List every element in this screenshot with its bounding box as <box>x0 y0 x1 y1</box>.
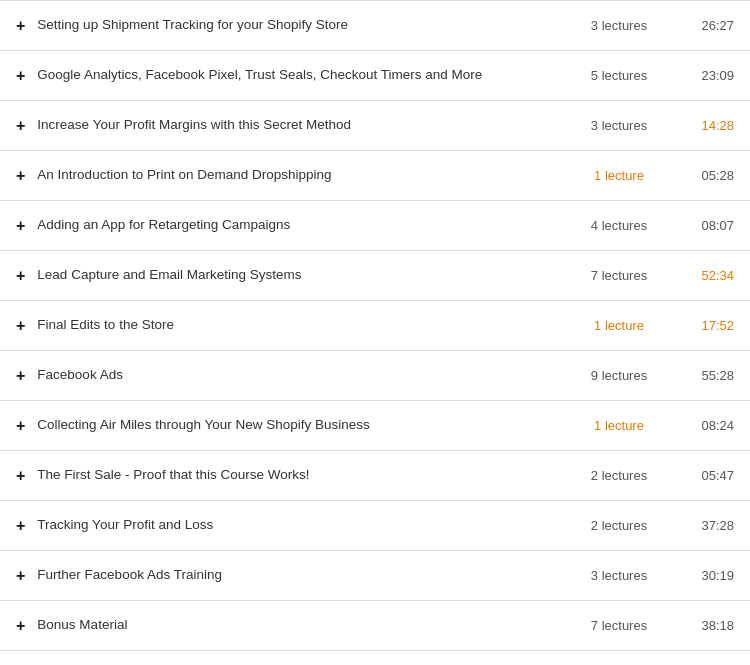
expand-icon[interactable]: + <box>16 317 25 335</box>
course-row[interactable]: +Tracking Your Profit and Loss2 lectures… <box>0 501 750 551</box>
course-row[interactable]: +Further Facebook Ads Training3 lectures… <box>0 551 750 601</box>
course-row[interactable]: +Setting up Shipment Tracking for your S… <box>0 1 750 51</box>
expand-icon[interactable]: + <box>16 517 25 535</box>
duration: 26:27 <box>674 18 734 33</box>
course-row[interactable]: +Facebook Ads9 lectures55:28 <box>0 351 750 401</box>
expand-icon[interactable]: + <box>16 167 25 185</box>
course-row[interactable]: +Adding an App for Retargeting Campaigns… <box>0 201 750 251</box>
duration: 05:47 <box>674 468 734 483</box>
lecture-count: 5 lectures <box>564 68 674 83</box>
lecture-count: 1 lecture <box>564 418 674 433</box>
lecture-count: 7 lectures <box>564 618 674 633</box>
expand-icon[interactable]: + <box>16 217 25 235</box>
duration: 23:09 <box>674 68 734 83</box>
course-row[interactable]: +An Introduction to Print on Demand Drop… <box>0 151 750 201</box>
course-row[interactable]: +Final Edits to the Store1 lecture17:52 <box>0 301 750 351</box>
course-title: Final Edits to the Store <box>37 316 564 335</box>
course-title: Adding an App for Retargeting Campaigns <box>37 216 564 235</box>
duration: 30:19 <box>674 568 734 583</box>
duration: 08:24 <box>674 418 734 433</box>
course-title: Facebook Ads <box>37 366 564 385</box>
course-row[interactable]: +Collecting Air Miles through Your New S… <box>0 401 750 451</box>
course-row[interactable]: +Bonus Material7 lectures38:18 <box>0 601 750 651</box>
expand-icon[interactable]: + <box>16 267 25 285</box>
expand-icon[interactable]: + <box>16 17 25 35</box>
course-title: Bonus Material <box>37 616 564 635</box>
expand-icon[interactable]: + <box>16 467 25 485</box>
expand-icon[interactable]: + <box>16 567 25 585</box>
course-title: The First Sale - Proof that this Course … <box>37 466 564 485</box>
lecture-count: 2 lectures <box>564 518 674 533</box>
course-title: Lead Capture and Email Marketing Systems <box>37 266 564 285</box>
duration: 38:18 <box>674 618 734 633</box>
expand-icon[interactable]: + <box>16 367 25 385</box>
expand-icon[interactable]: + <box>16 117 25 135</box>
duration: 17:52 <box>674 318 734 333</box>
course-list: +Setting up Shipment Tracking for your S… <box>0 0 750 651</box>
duration: 14:28 <box>674 118 734 133</box>
course-title: Google Analytics, Facebook Pixel, Trust … <box>37 66 564 85</box>
lecture-count: 7 lectures <box>564 268 674 283</box>
duration: 52:34 <box>674 268 734 283</box>
lecture-count: 4 lectures <box>564 218 674 233</box>
course-row[interactable]: +Lead Capture and Email Marketing System… <box>0 251 750 301</box>
lecture-count: 1 lecture <box>564 318 674 333</box>
course-title: Increase Your Profit Margins with this S… <box>37 116 564 135</box>
course-row[interactable]: +Google Analytics, Facebook Pixel, Trust… <box>0 51 750 101</box>
course-title: An Introduction to Print on Demand Drops… <box>37 166 564 185</box>
lecture-count: 1 lecture <box>564 168 674 183</box>
lecture-count: 3 lectures <box>564 568 674 583</box>
duration: 05:28 <box>674 168 734 183</box>
course-row[interactable]: +Increase Your Profit Margins with this … <box>0 101 750 151</box>
expand-icon[interactable]: + <box>16 67 25 85</box>
expand-icon[interactable]: + <box>16 417 25 435</box>
course-title: Tracking Your Profit and Loss <box>37 516 564 535</box>
lecture-count: 3 lectures <box>564 18 674 33</box>
expand-icon[interactable]: + <box>16 617 25 635</box>
lecture-count: 3 lectures <box>564 118 674 133</box>
duration: 08:07 <box>674 218 734 233</box>
course-row[interactable]: +The First Sale - Proof that this Course… <box>0 451 750 501</box>
duration: 55:28 <box>674 368 734 383</box>
duration: 37:28 <box>674 518 734 533</box>
lecture-count: 2 lectures <box>564 468 674 483</box>
course-title: Collecting Air Miles through Your New Sh… <box>37 416 564 435</box>
course-title: Further Facebook Ads Training <box>37 566 564 585</box>
lecture-count: 9 lectures <box>564 368 674 383</box>
course-title: Setting up Shipment Tracking for your Sh… <box>37 16 564 35</box>
